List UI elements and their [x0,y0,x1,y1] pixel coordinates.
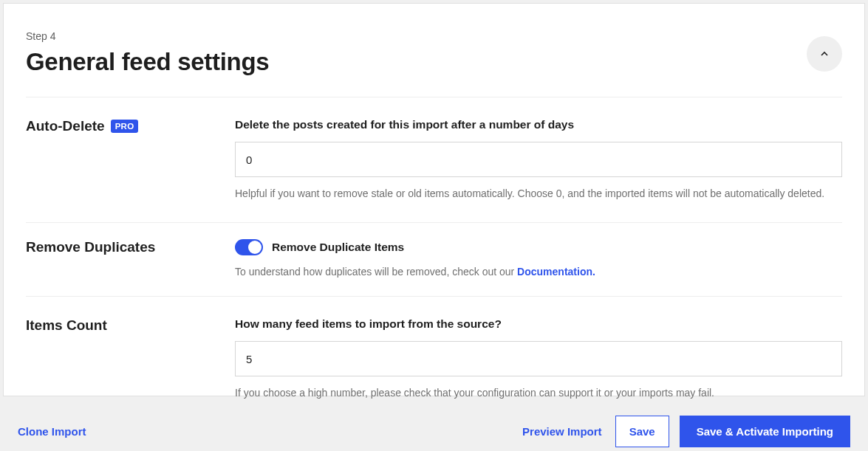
remove-duplicates-label: Remove Duplicates [26,239,155,255]
toggle-knob [248,241,262,254]
documentation-link[interactable]: Documentation. [517,266,595,278]
remove-duplicates-toggle-row: Remove Duplicate Items [235,239,842,255]
auto-delete-input[interactable] [235,142,842,177]
remove-duplicates-row: Remove Duplicates Remove Duplicate Items… [26,223,842,297]
collapse-button[interactable] [807,36,842,72]
pro-badge: PRO [111,120,139,133]
remove-duplicates-field-col: Remove Duplicate Items To understand how… [235,239,842,280]
items-count-help: If you choose a high number, please chec… [235,385,842,401]
auto-delete-label: Auto-Delete [26,118,105,134]
clone-import-button[interactable]: Clone Import [15,419,89,444]
auto-delete-field-title: Delete the posts created for this import… [235,118,842,131]
remove-duplicates-label-col: Remove Duplicates [26,239,235,280]
chevron-up-icon [819,48,830,60]
auto-delete-field-col: Delete the posts created for this import… [235,118,842,202]
auto-delete-help: Helpful if you want to remove stale or o… [235,186,842,202]
step-label: Step 4 [26,30,842,42]
remove-duplicates-toggle[interactable] [235,239,263,255]
preview-import-button[interactable]: Preview Import [519,419,605,444]
remove-duplicates-toggle-label: Remove Duplicate Items [272,241,404,254]
settings-panel: Step 4 General feed settings Auto-Delete… [3,3,865,396]
items-count-label: Items Count [26,317,107,334]
items-count-field-col: How many feed items to import from the s… [235,317,842,401]
items-count-label-col: Items Count [26,317,235,401]
page-title: General feed settings [26,48,842,76]
items-count-field-title: How many feed items to import from the s… [235,317,842,331]
auto-delete-label-col: Auto-Delete PRO [26,118,235,202]
items-count-row: Items Count How many feed items to impor… [26,297,842,421]
auto-delete-row: Auto-Delete PRO Delete the posts created… [26,97,842,223]
remove-duplicates-help-prefix: To understand how duplicates will be rem… [235,266,517,278]
items-count-input[interactable] [235,341,842,376]
panel-header: Step 4 General feed settings [26,4,842,97]
remove-duplicates-help: To understand how duplicates will be rem… [235,264,842,280]
footer-left: Clone Import [15,419,509,444]
